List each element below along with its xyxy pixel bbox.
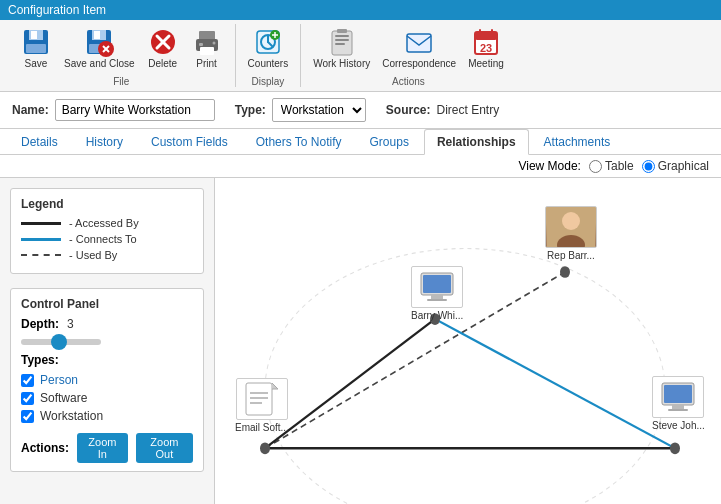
legend-connects-to: - Connects To: [21, 233, 193, 245]
meeting-icon: 23: [470, 26, 502, 58]
correspondence-label: Correspondence: [382, 58, 456, 70]
save-close-button[interactable]: Save and Close: [60, 24, 139, 72]
type-select[interactable]: Workstation: [273, 99, 365, 121]
actions-row: Actions: Zoom In Zoom Out: [21, 433, 193, 463]
correspondence-icon: [403, 26, 435, 58]
svg-point-18: [212, 42, 215, 45]
accessed-by-line: [21, 222, 61, 225]
table-radio[interactable]: [589, 160, 602, 173]
tab-attachments[interactable]: Attachments: [531, 129, 624, 154]
zoom-out-button[interactable]: Zoom Out: [136, 433, 193, 463]
node-steve[interactable]: Steve Joh...: [652, 376, 705, 431]
svg-rect-16: [200, 47, 214, 55]
work-history-icon: [326, 26, 358, 58]
ribbon: Save Save and Close: [0, 20, 721, 92]
graphical-radio[interactable]: [642, 160, 655, 173]
svg-rect-3: [26, 44, 46, 53]
ribbon-group-file: Save Save and Close: [8, 24, 236, 87]
used-by-label: - Used By: [69, 249, 117, 261]
email-icon: [236, 378, 288, 420]
node-rep[interactable]: Rep Barr...: [545, 206, 597, 261]
svg-rect-45: [246, 383, 272, 415]
type-person-row: Person: [21, 373, 193, 387]
tab-custom-fields[interactable]: Custom Fields: [138, 129, 241, 154]
svg-text:23: 23: [480, 42, 492, 54]
type-workstation-row: Workstation: [21, 409, 193, 423]
correspondence-button[interactable]: Correspondence: [378, 24, 460, 72]
name-input[interactable]: [55, 99, 215, 121]
node-dot-rep: [560, 266, 570, 278]
svg-rect-44: [427, 299, 447, 301]
graphical-radio-label[interactable]: Graphical: [642, 159, 709, 173]
type-workstation-checkbox[interactable]: [21, 410, 34, 423]
graphical-radio-text: Graphical: [658, 159, 709, 173]
tab-relationships[interactable]: Relationships: [424, 129, 529, 155]
tab-details[interactable]: Details: [8, 129, 71, 154]
depth-row: Depth: 3: [21, 317, 193, 331]
tab-others-to-notify[interactable]: Others To Notify: [243, 129, 355, 154]
svg-rect-50: [664, 385, 692, 403]
left-panel: Legend - Accessed By - Connects To - Use…: [0, 178, 215, 504]
meeting-button[interactable]: 23 Meeting: [464, 24, 508, 72]
work-history-button[interactable]: Work History: [309, 24, 374, 72]
display-group-label: Display: [252, 76, 285, 87]
counters-button[interactable]: Counters: [244, 24, 293, 72]
type-field: Type: Workstation: [235, 98, 366, 122]
tab-history[interactable]: History: [73, 129, 136, 154]
rep-avatar: [545, 206, 597, 248]
svg-rect-6: [94, 31, 100, 39]
control-panel-title: Control Panel: [21, 297, 193, 311]
title-bar: Configuration Item: [0, 0, 721, 20]
svg-rect-27: [335, 35, 349, 37]
svg-rect-51: [672, 405, 684, 409]
print-button[interactable]: Print: [187, 24, 227, 72]
depth-slider-track[interactable]: [21, 339, 101, 345]
depth-value: 3: [67, 317, 74, 331]
save-close-icon: [83, 26, 115, 58]
type-label: Type:: [235, 103, 266, 117]
node-dot-email: [260, 442, 270, 454]
accessed-by-label: - Accessed By: [69, 217, 139, 229]
connects-to-label: - Connects To: [69, 233, 137, 245]
svg-rect-52: [668, 409, 688, 411]
zoom-in-button[interactable]: Zoom In: [77, 433, 128, 463]
table-radio-label[interactable]: Table: [589, 159, 634, 173]
save-button[interactable]: Save: [16, 24, 56, 72]
display-buttons: Counters: [244, 24, 293, 72]
actions-buttons: Work History Correspondence 23: [309, 24, 508, 72]
actions-group-label: Actions: [392, 76, 425, 87]
svg-rect-33: [475, 32, 497, 40]
barry-icon: [411, 266, 463, 308]
type-person-label: Person: [40, 373, 78, 387]
node-email[interactable]: Email Soft...: [235, 378, 289, 433]
node-barry[interactable]: Barry Whi...: [411, 266, 463, 321]
connects-to-line: [21, 238, 61, 241]
content-area: Legend - Accessed By - Connects To - Use…: [0, 178, 721, 504]
control-panel: Control Panel Depth: 3 Types: Person Sof…: [10, 288, 204, 472]
file-group-label: File: [113, 76, 129, 87]
delete-button[interactable]: Delete: [143, 24, 183, 72]
meeting-label: Meeting: [468, 58, 504, 70]
view-mode-bar: View Mode: Table Graphical: [0, 155, 721, 178]
barry-label: Barry Whi...: [411, 310, 463, 321]
save-label: Save: [25, 58, 48, 70]
title-bar-label: Configuration Item: [8, 3, 106, 17]
table-radio-text: Table: [605, 159, 634, 173]
form-area: Name: Type: Workstation Source: Direct E…: [0, 92, 721, 129]
type-software-row: Software: [21, 391, 193, 405]
graph-svg: [215, 178, 721, 504]
depth-slider-thumb[interactable]: [51, 334, 67, 350]
actions-label: Actions:: [21, 441, 69, 455]
tabs-bar: Details History Custom Fields Others To …: [0, 129, 721, 155]
node-dot-steve: [670, 442, 680, 454]
source-label: Source:: [386, 103, 431, 117]
counters-label: Counters: [248, 58, 289, 70]
legend-title: Legend: [21, 197, 193, 211]
tab-groups[interactable]: Groups: [357, 129, 422, 154]
type-software-checkbox[interactable]: [21, 392, 34, 405]
email-label: Email Soft...: [235, 422, 289, 433]
type-person-checkbox[interactable]: [21, 374, 34, 387]
type-select-wrap[interactable]: Workstation: [272, 98, 366, 122]
types-label: Types:: [21, 353, 193, 367]
svg-rect-29: [335, 43, 345, 45]
